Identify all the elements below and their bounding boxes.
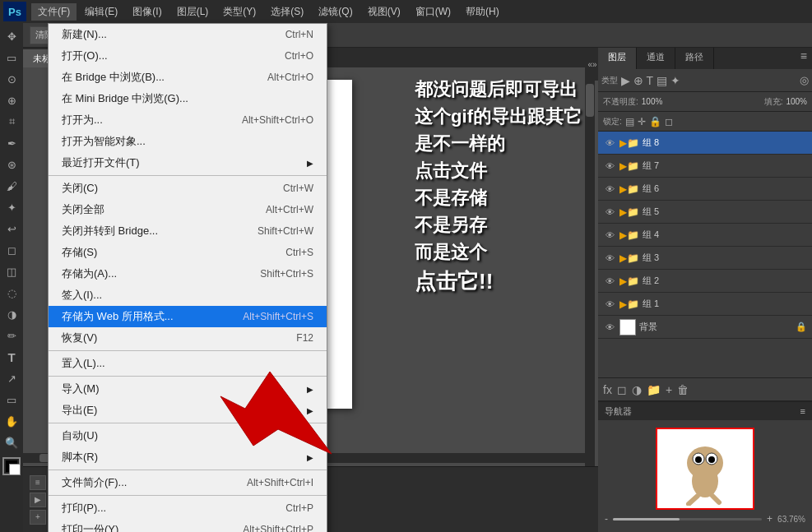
layer-zu1[interactable]: 👁 ▶📁 组 1	[598, 293, 812, 316]
panels-collapse-btn[interactable]: «»	[587, 48, 598, 81]
tab-channels[interactable]: 通道	[637, 48, 675, 69]
lock-pos-btn[interactable]: ✛	[638, 116, 646, 127]
menu-close-bridge[interactable]: 关闭并转到 Bridge... Shift+Ctrl+W	[49, 220, 327, 242]
layer-eye-zu2[interactable]: 👁	[603, 275, 616, 288]
gradient-tool[interactable]: ◫	[2, 261, 21, 281]
opacity-value[interactable]: 100%	[642, 97, 663, 106]
layer-zu3[interactable]: 👁 ▶📁 组 3	[598, 247, 812, 270]
layer-eye-zu1[interactable]: 👁	[603, 298, 616, 311]
layer-eye-zu4[interactable]: 👁	[603, 229, 616, 242]
menu-close[interactable]: 关闭(C) Ctrl+W	[49, 178, 327, 199]
spot-heal-tool[interactable]: ⊛	[2, 155, 21, 174]
eyedropper-tool[interactable]: ✒	[2, 133, 21, 153]
layer-eye-bg[interactable]: 👁	[603, 321, 616, 334]
menu-open-as[interactable]: 打开为... Alt+Shift+Ctrl+O	[49, 109, 327, 131]
menu-automate[interactable]: 自动(U) ▶	[49, 425, 327, 446]
eraser-tool[interactable]: ◻	[2, 240, 21, 260]
menu-save-web[interactable]: 存储为 Web 所用格式... Alt+Shift+Ctrl+S	[49, 306, 327, 327]
menu-new[interactable]: 新建(N)... Ctrl+N	[49, 24, 327, 45]
menu-close-all[interactable]: 关闭全部 Alt+Ctrl+W	[49, 199, 327, 220]
layer-eye-zu6[interactable]: 👁	[603, 183, 616, 196]
timeline-add-btn[interactable]: +	[30, 510, 46, 525]
history-brush-tool[interactable]: ↩	[2, 219, 21, 238]
menu-checkin[interactable]: 签入(I)...	[49, 285, 327, 306]
hand-tool[interactable]: ✋	[2, 411, 21, 431]
quick-select-tool[interactable]: ⊕	[2, 90, 21, 110]
blur-tool[interactable]: ◌	[2, 283, 21, 303]
shape-tool[interactable]: ▭	[2, 390, 21, 409]
brush-tool[interactable]: 🖌	[2, 176, 21, 196]
menu-filter[interactable]: 滤镜(Q)	[312, 3, 359, 21]
layer-style-btn[interactable]: fx	[603, 383, 612, 396]
layer-zu2[interactable]: 👁 ▶📁 组 2	[598, 270, 812, 293]
layer-new-btn[interactable]: +	[666, 383, 672, 396]
layer-delete-btn[interactable]: 🗑	[677, 383, 689, 396]
zoom-out-btn[interactable]: -	[605, 513, 608, 525]
layer-group-btn[interactable]: 📁	[647, 383, 661, 396]
menu-open[interactable]: 打开(O)... Ctrl+O	[49, 45, 327, 67]
menu-print[interactable]: 打印(P)... Ctrl+P	[49, 497, 327, 519]
navigator-menu-btn[interactable]: ≡	[800, 406, 805, 416]
layer-bg[interactable]: 👁 背景 🔒	[598, 316, 812, 339]
zoom-in-btn[interactable]: +	[767, 513, 773, 525]
tab-layers[interactable]: 图层	[598, 48, 637, 69]
lock-pixel-btn[interactable]: ▤	[625, 116, 634, 127]
menu-export[interactable]: 导出(E) ▶	[49, 400, 327, 421]
tab-paths[interactable]: 路径	[675, 48, 714, 69]
layer-eye-zu5[interactable]: 👁	[603, 206, 616, 219]
move-tool[interactable]: ✥	[2, 26, 21, 46]
layer-eye-zu7[interactable]: 👁	[603, 160, 616, 173]
menu-bridge[interactable]: 在 Bridge 中浏览(B)... Alt+Ctrl+O	[49, 67, 327, 88]
layer-mask-btn[interactable]: ◻	[617, 383, 627, 396]
type-tool[interactable]: T	[2, 347, 21, 367]
menu-place[interactable]: 置入(L)...	[49, 353, 327, 374]
lock-all-btn[interactable]: 🔒	[649, 116, 661, 127]
navigator-content: - + 63.76%	[598, 420, 812, 532]
fg-bg-colors[interactable]	[2, 457, 21, 475]
crop-tool[interactable]: ⌗	[2, 112, 21, 132]
menu-scripts[interactable]: 脚本(R) ▶	[49, 446, 327, 468]
lock-row: 锁定: ▤ ✛ 🔒 ◻	[598, 112, 812, 132]
menu-import[interactable]: 导入(M) ▶	[49, 378, 327, 400]
v-scrollbar[interactable]	[585, 67, 595, 466]
menu-revert[interactable]: 恢复(V) F12	[49, 327, 327, 349]
menu-help[interactable]: 帮助(H)	[459, 3, 506, 21]
menu-image[interactable]: 图像(I)	[126, 3, 168, 21]
filter-toggle[interactable]: ◎	[800, 74, 809, 86]
layer-zu5[interactable]: 👁 ▶📁 组 5	[598, 201, 812, 224]
layer-zu6[interactable]: 👁 ▶📁 组 6	[598, 178, 812, 201]
lock-trans-btn[interactable]: ◻	[665, 116, 673, 127]
menu-recent[interactable]: 最近打开文件(T) ▶	[49, 152, 327, 173]
timeline-play-btn[interactable]: ▶	[30, 493, 46, 507]
menu-edit[interactable]: 编辑(E)	[78, 3, 124, 21]
layer-zu7[interactable]: 👁 ▶📁 组 7	[598, 155, 812, 178]
fill-value[interactable]: 100%	[786, 97, 807, 106]
dodge-tool[interactable]: ◑	[2, 304, 21, 324]
layer-zu4[interactable]: 👁 ▶📁 组 4	[598, 224, 812, 247]
menu-save-as[interactable]: 存储为(A)... Shift+Ctrl+S	[49, 263, 327, 285]
menu-print-one[interactable]: 打印一份(Y) Alt+Shift+Ctrl+P	[49, 519, 327, 532]
lasso-tool[interactable]: ⊙	[2, 69, 21, 89]
menu-open-smart[interactable]: 打开为智能对象...	[49, 131, 327, 152]
layer-eye-zu3[interactable]: 👁	[603, 252, 616, 265]
menu-file[interactable]: 文件(F)	[31, 3, 77, 21]
zoom-tool[interactable]: 🔍	[2, 433, 21, 452]
clone-stamp-tool[interactable]: ✦	[2, 197, 21, 217]
menu-save[interactable]: 存储(S) Ctrl+S	[49, 242, 327, 263]
layer-adj-btn[interactable]: ◑	[632, 383, 642, 396]
rect-select-tool[interactable]: ▭	[2, 48, 21, 67]
panel-menu-btn[interactable]: ≡	[796, 48, 812, 69]
menu-file-info[interactable]: 文件简介(F)... Alt+Shift+Ctrl+I	[49, 472, 327, 493]
layer-lock-bg: 🔒	[796, 322, 807, 332]
menu-type[interactable]: 类型(Y)	[216, 3, 262, 21]
menu-view[interactable]: 视图(V)	[361, 3, 407, 21]
menu-mini-bridge[interactable]: 在 Mini Bridge 中浏览(G)...	[49, 88, 327, 109]
timeline-menu-btn[interactable]: ≡	[30, 475, 46, 490]
pen-tool[interactable]: ✏	[2, 326, 21, 345]
path-select-tool[interactable]: ↗	[2, 368, 21, 388]
menu-select[interactable]: 选择(S)	[264, 3, 310, 21]
layer-zu8[interactable]: 👁 ▶📁 组 8	[598, 132, 812, 155]
menu-layer[interactable]: 图层(L)	[170, 3, 216, 21]
layer-eye-zu8[interactable]: 👁	[603, 136, 616, 150]
menu-window[interactable]: 窗口(W)	[409, 3, 457, 21]
